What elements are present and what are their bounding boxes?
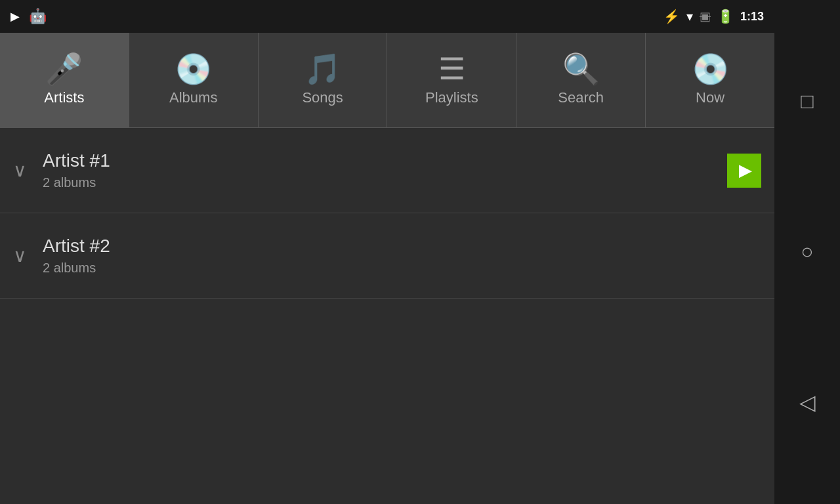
- artist-info: Artist #2 2 albums: [43, 236, 761, 276]
- list-item[interactable]: ∨ Artist #1 2 albums ▶: [0, 128, 774, 213]
- tab-playlists[interactable]: ☰ Playlists: [387, 33, 516, 127]
- now-label: Now: [696, 89, 724, 106]
- artist-name: Artist #1: [43, 150, 727, 171]
- wifi-icon: ▾: [686, 9, 693, 24]
- artist-info: Artist #1 2 albums: [43, 150, 727, 190]
- artist-list: ∨ Artist #1 2 albums ▶ ∨ Artist #2 2 alb…: [0, 128, 774, 504]
- artist-albums: 2 albums: [43, 261, 761, 276]
- tab-albums[interactable]: 💿 Albums: [129, 33, 259, 127]
- artists-icon: 🎤: [45, 54, 83, 84]
- tab-songs[interactable]: 🎵 Songs: [259, 33, 388, 127]
- square-button[interactable]: □: [789, 84, 825, 119]
- tab-artists[interactable]: 🎤 Artists: [0, 33, 129, 127]
- albums-label: Albums: [169, 89, 217, 106]
- battery-icon: 🔋: [717, 9, 734, 24]
- tab-bar: 🎤 Artists 💿 Albums 🎵 Songs ☰ Playlists 🔍…: [0, 33, 774, 128]
- navigation-bar: □ ○ ◁: [774, 0, 840, 504]
- artists-label: Artists: [44, 89, 84, 106]
- bluetooth-icon: ⚡: [663, 9, 680, 24]
- albums-icon: 💿: [175, 54, 212, 84]
- circle-icon: ○: [801, 240, 813, 264]
- artist-name: Artist #2: [43, 236, 761, 257]
- playlists-label: Playlists: [425, 89, 478, 106]
- status-left: ▶ 🤖: [10, 8, 47, 25]
- chevron-down-icon: ∨: [13, 159, 27, 181]
- search-label: Search: [558, 89, 604, 106]
- tab-search[interactable]: 🔍 Search: [516, 33, 646, 127]
- play-button[interactable]: ▶: [727, 154, 761, 188]
- play-icon: ▶: [10, 9, 20, 24]
- artist-albums: 2 albums: [43, 175, 727, 190]
- now-icon: 💿: [692, 54, 729, 84]
- playlists-icon: ☰: [438, 54, 465, 84]
- android-icon: 🤖: [29, 8, 47, 25]
- signal-icon: ▣: [700, 9, 711, 24]
- search-icon: 🔍: [562, 54, 600, 84]
- status-right: ⚡ ▾ ▣ 🔋 1:13: [663, 9, 764, 24]
- square-icon: □: [801, 89, 813, 114]
- back-icon: ◁: [799, 390, 816, 415]
- chevron-down-icon: ∨: [13, 245, 27, 266]
- status-bar: ▶ 🤖 ⚡ ▾ ▣ 🔋 1:13: [0, 0, 774, 33]
- list-item[interactable]: ∨ Artist #2 2 albums: [0, 213, 774, 299]
- songs-icon: 🎵: [304, 54, 341, 84]
- songs-label: Songs: [302, 89, 343, 106]
- time-display: 1:13: [740, 10, 764, 24]
- play-triangle-icon: ▶: [739, 160, 752, 180]
- tab-now[interactable]: 💿 Now: [646, 33, 774, 127]
- home-button[interactable]: ○: [789, 234, 825, 270]
- back-button[interactable]: ◁: [789, 385, 825, 420]
